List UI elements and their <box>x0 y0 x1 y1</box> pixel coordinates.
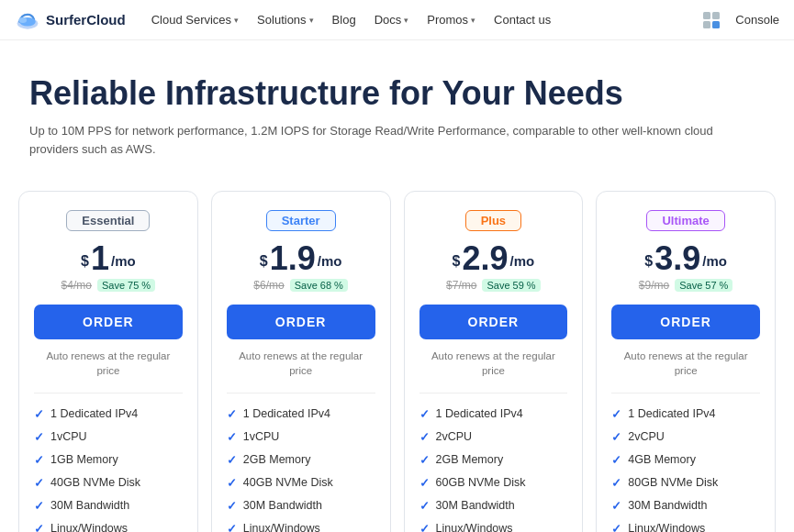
plan-card-plus: Plus $ 2.9 /mo $7/mo Save 59 % ORDER Aut… <box>404 191 584 532</box>
plan-badge-essential: Essential <box>66 210 150 231</box>
price-row: $ 3.9 /mo <box>644 242 727 275</box>
svg-point-2 <box>18 17 27 22</box>
check-icon: ✓ <box>227 522 237 532</box>
nav-contact[interactable]: Contact us <box>486 9 558 30</box>
check-icon: ✓ <box>34 522 44 532</box>
price-row: $ 2.9 /mo <box>453 242 535 275</box>
check-icon: ✓ <box>34 476 44 492</box>
auto-renew-text: Auto renews at the regular price <box>34 349 183 378</box>
feature-item: ✓ 1GB Memory <box>34 452 183 469</box>
feature-item: ✓ 40GB NVMe Disk <box>34 475 183 492</box>
nav-right: Console <box>699 7 779 33</box>
plan-card-ultimate: Ultimate $ 3.9 /mo $9/mo Save 57 % ORDER… <box>596 191 776 532</box>
check-icon: ✓ <box>34 407 44 423</box>
feature-item: ✓ 2vCPU <box>419 429 568 446</box>
check-icon: ✓ <box>419 407 430 423</box>
hero-heading: Reliable Infrastructure for Your Needs <box>29 73 765 113</box>
divider <box>611 393 760 393</box>
pricing-grid: Essential $ 1 /mo $4/mo Save 75 % ORDER … <box>0 169 794 532</box>
check-icon: ✓ <box>611 476 621 492</box>
check-icon: ✓ <box>227 499 237 515</box>
check-icon: ✓ <box>419 476 430 492</box>
check-icon: ✓ <box>34 499 44 515</box>
feature-item: ✓ 1 Dedicated IPv4 <box>419 406 568 423</box>
feature-item: ✓ 1 Dedicated IPv4 <box>34 406 183 423</box>
price-row: $ 1.9 /mo <box>260 242 342 275</box>
feature-item: ✓ 2vCPU <box>611 429 760 446</box>
feature-item: ✓ 40GB NVMe Disk <box>227 475 375 492</box>
order-button-ultimate[interactable]: ORDER <box>611 305 760 339</box>
price-period: /mo <box>702 248 727 275</box>
svg-rect-5 <box>703 21 710 28</box>
check-icon: ✓ <box>419 453 430 469</box>
feature-item: ✓ 30M Bandwidth <box>419 498 568 515</box>
console-link[interactable]: Console <box>735 13 779 27</box>
price-orig-row: $7/mo Save 59 % <box>446 279 541 292</box>
account-icon[interactable] <box>699 7 724 33</box>
chevron-down-icon: ▾ <box>471 16 475 25</box>
original-price: $9/mo <box>639 279 669 292</box>
price-orig-row: $4/mo Save 75 % <box>62 279 156 292</box>
nav-solutions[interactable]: Solutions ▾ <box>250 9 320 30</box>
original-price: $7/mo <box>446 279 476 292</box>
feature-item: ✓ Linux/Windows <box>419 521 568 532</box>
plan-badge-starter: Starter <box>266 210 336 231</box>
features-list: ✓ 1 Dedicated IPv4 ✓ 2vCPU ✓ 4GB Memory … <box>611 406 760 532</box>
check-icon: ✓ <box>419 522 430 532</box>
svg-rect-3 <box>703 12 710 19</box>
auto-renew-text: Auto renews at the regular price <box>419 349 568 378</box>
feature-item: ✓ Linux/Windows <box>34 521 183 532</box>
check-icon: ✓ <box>419 499 430 515</box>
price-dollar: $ <box>644 249 653 275</box>
nav-docs[interactable]: Docs ▾ <box>367 9 417 30</box>
check-icon: ✓ <box>34 453 44 469</box>
price-main: 3.9 <box>654 242 700 275</box>
check-icon: ✓ <box>611 430 621 446</box>
price-main: 1 <box>91 242 109 275</box>
navbar: SurferCloud Cloud Services ▾ Solutions ▾… <box>0 0 794 40</box>
price-period: /mo <box>510 248 535 275</box>
price-dollar: $ <box>260 249 268 275</box>
price-dollar: $ <box>453 249 461 275</box>
price-row: $ 1 /mo <box>81 242 136 275</box>
plan-card-essential: Essential $ 1 /mo $4/mo Save 75 % ORDER … <box>18 191 198 532</box>
save-badge: Save 59 % <box>482 279 540 292</box>
check-icon: ✓ <box>419 430 430 446</box>
check-icon: ✓ <box>227 407 237 423</box>
svg-rect-4 <box>712 12 720 19</box>
auto-renew-text: Auto renews at the regular price <box>611 349 760 378</box>
auto-renew-text: Auto renews at the regular price <box>227 349 375 378</box>
feature-item: ✓ 30M Bandwidth <box>34 498 183 515</box>
plan-card-starter: Starter $ 1.9 /mo $6/mo Save 68 % ORDER … <box>211 191 391 532</box>
save-badge: Save 57 % <box>675 279 732 292</box>
logo[interactable]: SurferCloud <box>15 7 126 33</box>
divider <box>227 393 375 393</box>
price-main: 1.9 <box>270 242 316 275</box>
feature-item: ✓ 30M Bandwidth <box>227 498 375 515</box>
feature-item: ✓ 30M Bandwidth <box>611 498 760 515</box>
features-list: ✓ 1 Dedicated IPv4 ✓ 1vCPU ✓ 2GB Memory … <box>227 406 375 532</box>
plan-badge-plus: Plus <box>465 210 521 231</box>
save-badge: Save 75 % <box>97 279 155 292</box>
price-period: /mo <box>318 248 342 275</box>
nav-blog[interactable]: Blog <box>325 9 363 30</box>
feature-item: ✓ 1 Dedicated IPv4 <box>227 406 375 423</box>
feature-item: ✓ Linux/Windows <box>611 521 760 532</box>
order-button-plus[interactable]: ORDER <box>419 305 568 339</box>
price-dollar: $ <box>81 249 89 275</box>
feature-item: ✓ 60GB NVMe Disk <box>419 475 568 492</box>
order-button-starter[interactable]: ORDER <box>227 305 375 339</box>
feature-item: ✓ 1vCPU <box>34 429 183 446</box>
check-icon: ✓ <box>227 453 237 469</box>
order-button-essential[interactable]: ORDER <box>34 305 183 339</box>
svg-rect-6 <box>712 21 720 28</box>
chevron-down-icon: ▾ <box>309 16 314 25</box>
check-icon: ✓ <box>227 430 237 446</box>
check-icon: ✓ <box>611 499 621 515</box>
feature-item: ✓ 2GB Memory <box>419 452 568 469</box>
hero-section: Reliable Infrastructure for Your Needs U… <box>0 40 794 169</box>
check-icon: ✓ <box>34 430 44 446</box>
feature-item: ✓ 1 Dedicated IPv4 <box>611 406 760 423</box>
nav-cloud-services[interactable]: Cloud Services ▾ <box>144 9 246 30</box>
nav-promos[interactable]: Promos ▾ <box>419 9 483 30</box>
